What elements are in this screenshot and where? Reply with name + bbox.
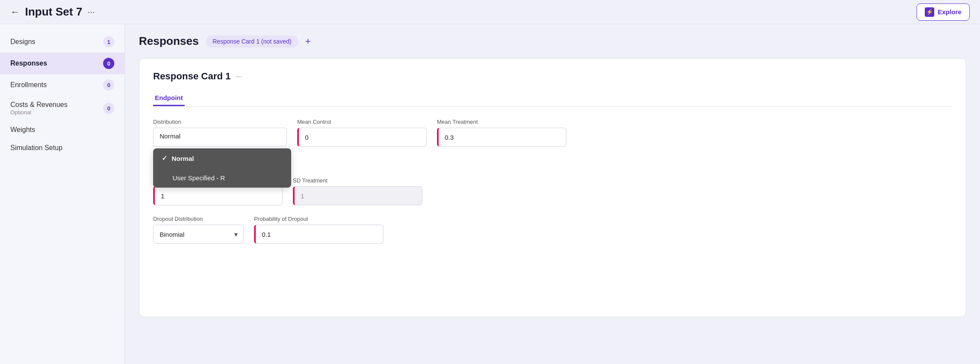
- response-card: Response Card 1 ··· Endpoint Distributio…: [139, 58, 966, 317]
- sidebar-item-weights[interactable]: Weights: [0, 121, 125, 139]
- page-title: Input Set 7: [25, 5, 82, 19]
- mean-control-input[interactable]: [297, 128, 427, 147]
- sd-treatment-group: SD Treatment: [293, 177, 422, 205]
- sidebar-item-enrollments-label: Enrollments: [10, 81, 47, 89]
- check-icon: ✓: [162, 154, 167, 162]
- tab-endpoint[interactable]: Endpoint: [153, 91, 185, 106]
- sidebar-item-weights-label: Weights: [10, 126, 35, 134]
- probability-dropout-input[interactable]: [254, 225, 383, 244]
- sidebar-item-costs-revenues[interactable]: Costs & Revenues Optional 0: [0, 96, 125, 121]
- sidebar-item-simulation-setup-label: Simulation Setup: [10, 144, 63, 152]
- main-layout: Designs 1 Responses 0 Enrollments 0 Cost…: [0, 24, 980, 364]
- back-button[interactable]: ←: [10, 6, 20, 18]
- dropdown-item-user-specified[interactable]: User Specified - R: [153, 168, 291, 188]
- content-area: Responses Response Card 1 (not saved) + …: [125, 24, 980, 364]
- probability-dropout-group: Probability of Dropout: [254, 216, 383, 244]
- sidebar-badge-designs: 1: [103, 36, 114, 47]
- distribution-dropdown-menu: ✓ Normal User Specified - R: [153, 148, 291, 188]
- add-tab-button[interactable]: +: [305, 37, 311, 46]
- sidebar-item-responses-label: Responses: [10, 60, 47, 67]
- card-tabs: Endpoint: [153, 91, 952, 107]
- distribution-label: Distribution: [153, 119, 287, 125]
- sidebar-badge-responses: 0: [103, 58, 114, 69]
- explore-icon: ⚡: [925, 7, 934, 17]
- sidebar-item-simulation-setup[interactable]: Simulation Setup: [0, 139, 125, 157]
- response-card-tab[interactable]: Response Card 1 (not saved): [206, 35, 298, 47]
- dropout-distribution-label: Dropout Distribution: [153, 216, 244, 222]
- explore-label: Explore: [938, 8, 961, 16]
- mean-treatment-group: Mean Treatment: [437, 119, 566, 147]
- sd-treatment-label: SD Treatment: [293, 177, 422, 184]
- sidebar-item-costs-revenues-label: Costs & Revenues: [10, 101, 68, 109]
- sidebar-badge-costs-revenues: 0: [103, 103, 114, 114]
- mean-control-label: Mean Control: [297, 119, 427, 125]
- sidebar-item-responses[interactable]: Responses 0: [0, 53, 125, 74]
- dropout-distribution-group: Dropout Distribution Binomial Normal: [153, 216, 244, 244]
- header-more-button[interactable]: ···: [88, 7, 95, 17]
- distribution-input[interactable]: Normal: [153, 128, 287, 147]
- sidebar-item-costs-revenues-optional: Optional: [10, 109, 68, 116]
- binomial-select[interactable]: Binomial Normal: [153, 225, 244, 244]
- mean-treatment-label: Mean Treatment: [437, 119, 566, 125]
- mean-treatment-input[interactable]: [437, 128, 566, 147]
- sidebar-item-designs[interactable]: Designs 1: [0, 31, 125, 53]
- header-left: ← Input Set 7 ···: [10, 5, 95, 19]
- explore-button[interactable]: ⚡ Explore: [917, 3, 970, 21]
- top-header: ← Input Set 7 ··· ⚡ Explore: [0, 0, 980, 24]
- binomial-select-wrapper: Binomial Normal: [153, 225, 244, 244]
- sd-treatment-input[interactable]: [293, 186, 422, 205]
- sidebar-item-designs-label: Designs: [10, 38, 35, 46]
- card-more-button[interactable]: ···: [236, 72, 242, 81]
- distribution-group: Distribution Normal ✓ Normal: [153, 119, 287, 147]
- sidebar: Designs 1 Responses 0 Enrollments 0 Cost…: [0, 24, 125, 364]
- sidebar-item-costs-revenues-text: Costs & Revenues Optional: [10, 101, 68, 116]
- dropout-row: Dropout Distribution Binomial Normal Pro…: [153, 216, 952, 244]
- dropdown-item-normal-label: Normal: [172, 155, 194, 162]
- probability-dropout-label: Probability of Dropout: [254, 216, 383, 222]
- card-form: Distribution Normal ✓ Normal: [153, 119, 952, 244]
- sidebar-badge-enrollments: 0: [103, 79, 114, 91]
- form-row-1: Distribution Normal ✓ Normal: [153, 119, 952, 147]
- content-title: Responses: [139, 35, 199, 48]
- card-title-row: Response Card 1 ···: [153, 71, 952, 82]
- dropdown-item-normal[interactable]: ✓ Normal: [153, 148, 291, 168]
- sd-control-input[interactable]: [153, 186, 283, 205]
- mean-control-group: Mean Control: [297, 119, 427, 147]
- distribution-wrapper: Normal ✓ Normal User Specified - R: [153, 128, 287, 147]
- content-header: Responses Response Card 1 (not saved) +: [139, 35, 966, 48]
- response-card-tab-label: Response Card 1 (not saved): [213, 38, 292, 45]
- dropdown-item-user-specified-label: User Specified - R: [173, 174, 225, 182]
- tab-endpoint-label: Endpoint: [155, 94, 183, 101]
- card-title: Response Card 1: [153, 71, 231, 82]
- sidebar-item-enrollments[interactable]: Enrollments 0: [0, 74, 125, 96]
